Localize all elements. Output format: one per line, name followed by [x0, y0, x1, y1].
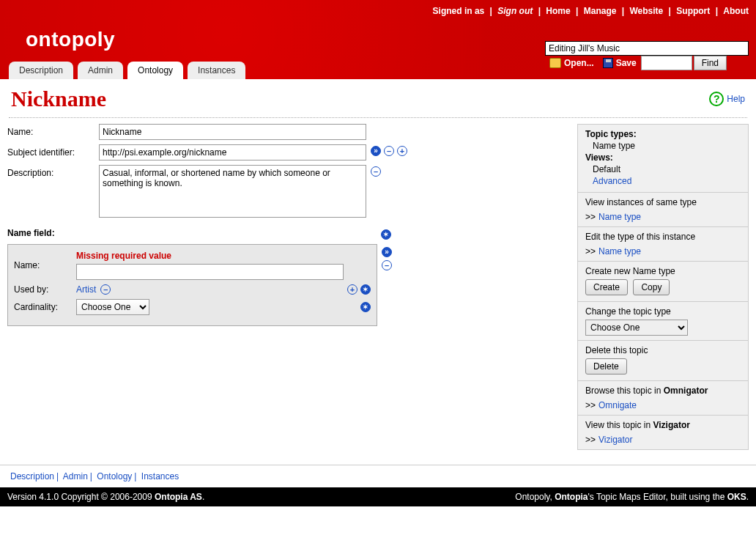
view-default: Default	[593, 164, 741, 174]
subject-input[interactable]	[99, 144, 366, 160]
sub-name-input[interactable]	[76, 264, 344, 280]
cardinality-select[interactable]: Choose One	[76, 299, 149, 315]
name-type-edit-link[interactable]: Name type	[598, 246, 641, 257]
arrow-icon: >>	[585, 246, 596, 257]
help-link[interactable]: ? Help	[709, 92, 745, 106]
cardinality-label: Cardinality:	[14, 302, 76, 312]
bn-description[interactable]: Description	[10, 471, 54, 482]
star-icon[interactable]	[360, 302, 371, 312]
change-type-text: Change the topic type	[585, 306, 741, 317]
remove-icon[interactable]	[382, 260, 392, 270]
editing-title: Editing Jill's Music	[545, 41, 749, 56]
delete-button[interactable]: Delete	[585, 358, 627, 374]
usedby-link[interactable]: Artist	[76, 284, 96, 295]
change-type-select[interactable]: Choose One	[585, 320, 688, 336]
remove-icon[interactable]	[371, 166, 381, 177]
name-field-subform: Name: Missing required value Used by: Ar…	[7, 244, 377, 326]
name-type-link[interactable]: Name type	[598, 212, 641, 222]
star-icon[interactable]	[360, 284, 371, 295]
divider	[9, 117, 747, 118]
add-icon[interactable]	[347, 284, 357, 295]
sub-name-label: Name:	[14, 260, 76, 270]
create-button[interactable]: Create	[585, 279, 628, 295]
bn-ontology[interactable]: Ontology	[97, 471, 132, 482]
sign-out-link[interactable]: Sign out	[497, 6, 533, 16]
folder-icon	[549, 58, 561, 68]
tab-description[interactable]: Description	[9, 62, 73, 79]
vizigator-link[interactable]: Vizigator	[598, 435, 632, 445]
goto-icon[interactable]	[382, 247, 392, 257]
edit-box: Editing Jill's Music Open... Save Find	[545, 41, 749, 70]
arrow-icon: >>	[585, 400, 596, 410]
tab-admin[interactable]: Admin	[78, 62, 123, 79]
nav-home[interactable]: Home	[546, 6, 570, 16]
arrow-icon: >>	[585, 435, 596, 445]
view-vizigator-text: View this topic in Vizigator	[585, 420, 741, 430]
bottom-nav: Description| Admin| Ontology| Instances	[0, 465, 756, 487]
find-button[interactable]: Find	[694, 56, 727, 70]
edit-type-text: Edit the type of this instance	[585, 232, 741, 242]
main-form: Name: Subject identifier: Description: C…	[7, 124, 571, 326]
footer-left: Version 4.1.0 Copyright © 2006-2009 Onto…	[7, 492, 204, 502]
signed-in-label: Signed in as	[433, 6, 485, 16]
subject-label: Subject identifier:	[7, 144, 99, 160]
nav-manage[interactable]: Manage	[584, 6, 617, 16]
name-field-label: Name field:	[7, 228, 381, 240]
view-advanced-link[interactable]: Advanced	[593, 176, 631, 186]
copy-button[interactable]: Copy	[633, 279, 670, 295]
usedby-label: Used by:	[14, 284, 76, 295]
header: Signed in as | Sign out | Home | Manage …	[0, 0, 756, 79]
footer-right: Ontopoly, Ontopia's Topic Maps Editor, b…	[515, 492, 749, 502]
nav-support[interactable]: Support	[676, 6, 710, 16]
omnigate-link[interactable]: Omnigate	[598, 400, 637, 410]
delete-text: Delete this topic	[585, 345, 741, 355]
arrow-icon: >>	[585, 212, 596, 222]
topic-types-item: Name type	[593, 141, 741, 151]
help-icon: ?	[709, 92, 724, 106]
name-input[interactable]	[99, 124, 366, 140]
add-icon[interactable]	[397, 146, 407, 156]
view-instances-text: View instances of same type	[585, 197, 741, 207]
views-heading: Views:	[585, 152, 741, 163]
topic-types-heading: Topic types:	[585, 129, 741, 139]
save-button[interactable]: Save	[598, 56, 641, 70]
disk-icon	[603, 58, 613, 68]
nav-website[interactable]: Website	[629, 6, 663, 16]
remove-icon[interactable]	[100, 284, 111, 295]
sidebar: Topic types: Name type Views: Default Ad…	[577, 124, 749, 450]
brand-logo: ontopoly	[26, 28, 115, 51]
bn-admin[interactable]: Admin	[63, 471, 88, 482]
browse-omnigator-text: Browse this topic in Omnigator	[585, 385, 741, 396]
remove-icon[interactable]	[384, 146, 394, 156]
page-title: Nickname	[11, 86, 106, 111]
description-textarea[interactable]: Casual, informal, or shortened name by w…	[99, 165, 366, 218]
desc-label: Description:	[7, 165, 99, 181]
tab-ontology[interactable]: Ontology	[127, 62, 183, 79]
tab-instances[interactable]: Instances	[188, 62, 245, 79]
open-button[interactable]: Open...	[545, 56, 598, 70]
find-input[interactable]	[641, 56, 692, 70]
bn-instances[interactable]: Instances	[141, 471, 179, 482]
validation-error: Missing required value	[76, 251, 344, 261]
main-tabs: Description Admin Ontology Instances	[9, 62, 245, 79]
create-new-text: Create new Name type	[585, 266, 741, 276]
footer: Version 4.1.0 Copyright © 2006-2009 Onto…	[0, 487, 756, 506]
topbar: Signed in as | Sign out | Home | Manage …	[433, 6, 749, 16]
goto-icon[interactable]	[371, 146, 381, 156]
nav-about[interactable]: About	[723, 6, 749, 16]
name-label: Name:	[7, 124, 99, 140]
star-icon[interactable]	[381, 229, 391, 240]
